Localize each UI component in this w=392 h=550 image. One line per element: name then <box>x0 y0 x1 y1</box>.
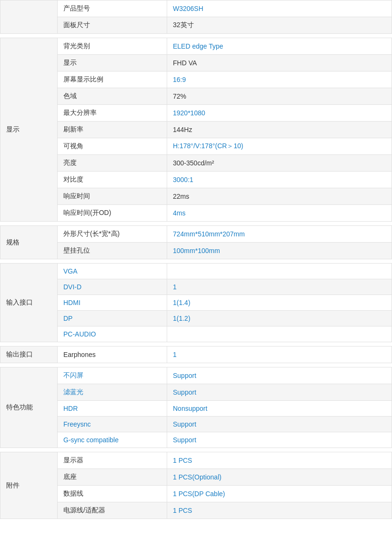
table-row: 电源线/适配器 1 PCS <box>0 502 392 519</box>
spec-value: 1 <box>167 279 392 295</box>
spec-value: 1 PCS <box>167 502 392 519</box>
spec-value: 32英寸 <box>167 17 392 34</box>
table-row: 滤蓝光 Support <box>0 384 392 401</box>
spec-label: PC-AUDIO <box>58 326 167 342</box>
spec-value: 724mm*510mm*207mm <box>167 226 392 243</box>
category-cell: 附件 <box>0 452 58 519</box>
spec-value: 300-350cd/m² <box>167 155 392 172</box>
spec-value: 1920*1080 <box>167 105 392 122</box>
table-row: 壁挂孔位 100mm*100mm <box>0 243 392 259</box>
spec-value: Support <box>167 384 392 401</box>
category-cell: 输出接口 <box>0 346 58 363</box>
separator-row <box>0 363 392 367</box>
spec-label: 外形尺寸(长*宽*高) <box>58 226 167 243</box>
spec-value: H:178°/V:178°(CR＞10) <box>167 138 392 155</box>
spec-label: 响应时间(开OD) <box>58 205 167 222</box>
table-row: G-sync compatible Support <box>0 432 392 448</box>
table-row: 特色功能 不闪屏 Support <box>0 367 392 384</box>
table-row: 产品型号 W3206SH <box>0 0 392 17</box>
table-row: 最大分辨率 1920*1080 <box>0 105 392 122</box>
spec-label: 面板尺寸 <box>58 17 167 34</box>
spec-label: Freeysnc <box>58 417 167 432</box>
spec-label: 电源线/适配器 <box>58 502 167 519</box>
spec-value <box>167 326 392 342</box>
table-row: 显示 背光类别 ELED edge Type <box>0 38 392 55</box>
spec-label: 滤蓝光 <box>58 384 167 401</box>
table-row: 刷新率 144Hz <box>0 122 392 138</box>
spec-value: Support <box>167 417 392 432</box>
table-row: 可视角 H:178°/V:178°(CR＞10) <box>0 138 392 155</box>
spec-value <box>167 264 392 279</box>
separator-row <box>0 222 392 226</box>
table-row: DP 1(1.2) <box>0 311 392 326</box>
table-row: 输入接口 VGA <box>0 264 392 279</box>
spec-value: 144Hz <box>167 122 392 138</box>
table-row: 响应时间(开OD) 4ms <box>0 205 392 222</box>
category-cell <box>0 0 58 34</box>
spec-label: 对比度 <box>58 172 167 188</box>
spec-value: 1 PCS(DP Cable) <box>167 486 392 502</box>
table-row: Freeysnc Support <box>0 417 392 432</box>
spec-value: 1 <box>167 346 392 363</box>
spec-label: 壁挂孔位 <box>58 243 167 259</box>
spec-value: 4ms <box>167 205 392 222</box>
spec-value: 1(1.4) <box>167 295 392 311</box>
spec-label: HDR <box>58 401 167 417</box>
spec-label: Earphones <box>58 346 167 363</box>
table-row: 色域 72% <box>0 88 392 105</box>
spec-value: 1(1.2) <box>167 311 392 326</box>
spec-label: DVI-D <box>58 279 167 295</box>
table-row: 数据线 1 PCS(DP Cable) <box>0 486 392 502</box>
spec-label: 响应时间 <box>58 188 167 205</box>
separator-row <box>0 34 392 38</box>
spec-label: 数据线 <box>58 486 167 502</box>
spec-label: 底座 <box>58 469 167 486</box>
separator-row <box>0 259 392 264</box>
spec-value: FHD VA <box>167 55 392 71</box>
table-row: 对比度 3000:1 <box>0 172 392 188</box>
table-row: 屏幕显示比例 16:9 <box>0 71 392 88</box>
table-row: 响应时间 22ms <box>0 188 392 205</box>
spec-value: Support <box>167 432 392 448</box>
spec-label: G-sync compatible <box>58 432 167 448</box>
table-row: 显示 FHD VA <box>0 55 392 71</box>
table-row: HDMI 1(1.4) <box>0 295 392 311</box>
spec-label: 产品型号 <box>58 0 167 17</box>
table-row: 亮度 300-350cd/m² <box>0 155 392 172</box>
spec-label: HDMI <box>58 295 167 311</box>
spec-value: 72% <box>167 88 392 105</box>
category-cell: 特色功能 <box>0 367 58 448</box>
spec-value: 1 PCS(Optional) <box>167 469 392 486</box>
spec-label: 可视角 <box>58 138 167 155</box>
spec-value: ELED edge Type <box>167 38 392 55</box>
spec-label: 色域 <box>58 88 167 105</box>
spec-value: 3000:1 <box>167 172 392 188</box>
spec-value: 1 PCS <box>167 452 392 469</box>
spec-value: W3206SH <box>167 0 392 17</box>
spec-label: DP <box>58 311 167 326</box>
spec-value: 22ms <box>167 188 392 205</box>
table-row: 规格 外形尺寸(长*宽*高) 724mm*510mm*207mm <box>0 226 392 243</box>
table-row: 面板尺寸 32英寸 <box>0 17 392 34</box>
spec-value: Nonsupport <box>167 401 392 417</box>
spec-value: 100mm*100mm <box>167 243 392 259</box>
table-row: HDR Nonsupport <box>0 401 392 417</box>
table-row: 输出接口 Earphones 1 <box>0 346 392 363</box>
spec-label: 显示 <box>58 55 167 71</box>
table-row: 底座 1 PCS(Optional) <box>0 469 392 486</box>
spec-label: 屏幕显示比例 <box>58 71 167 88</box>
spec-label: 最大分辨率 <box>58 105 167 122</box>
specs-table: 产品型号 W3206SH 面板尺寸 32英寸 显示 背光类别 ELED edge… <box>0 0 392 523</box>
separator-row <box>0 342 392 346</box>
spec-label: 背光类别 <box>58 38 167 55</box>
spec-label: VGA <box>58 264 167 279</box>
spec-label: 亮度 <box>58 155 167 172</box>
separator-row-final <box>0 519 392 523</box>
separator-row <box>0 448 392 452</box>
category-cell: 输入接口 <box>0 264 58 342</box>
table-row: 附件 显示器 1 PCS <box>0 452 392 469</box>
spec-label: 不闪屏 <box>58 367 167 384</box>
category-cell: 规格 <box>0 226 58 259</box>
spec-value: Support <box>167 367 392 384</box>
spec-value: 16:9 <box>167 71 392 88</box>
